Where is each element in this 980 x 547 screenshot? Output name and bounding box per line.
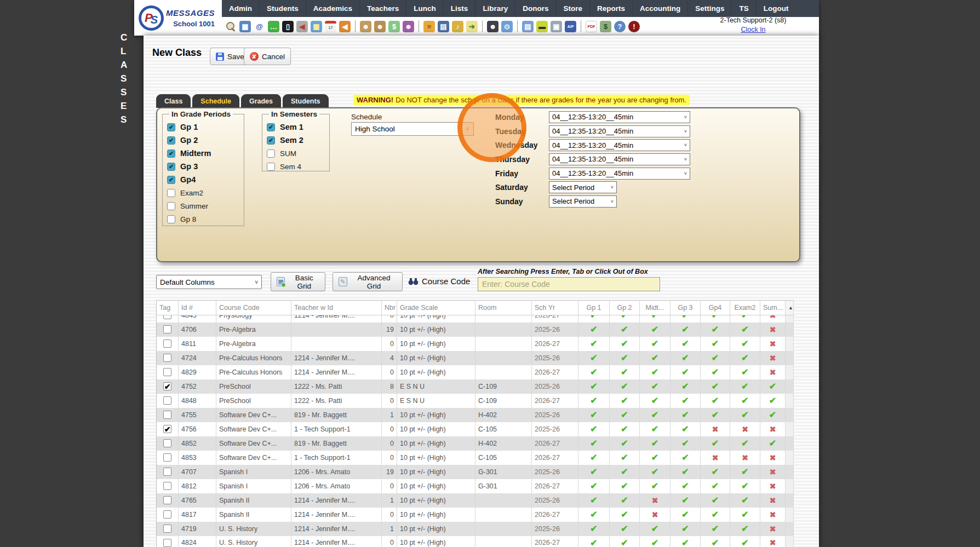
nav-item-academics[interactable]: Academics [306,0,359,17]
course-code-input[interactable] [478,277,660,291]
check-card-icon[interactable]: ▬ [536,21,548,32]
nav-item-reports[interactable]: Reports [589,0,632,17]
nav-item-teachers[interactable]: Teachers [359,0,406,17]
col-header-room[interactable]: Room [475,301,532,315]
scrollbar-track[interactable] [786,315,794,323]
chevron-down-icon[interactable]: ˅ [461,123,473,135]
tag-checkbox[interactable] [163,325,171,333]
scrollbar-track[interactable] [786,379,794,394]
cancel-button[interactable]: ✘ Cancel [244,48,291,65]
semester-checkbox-sum[interactable] [267,149,275,158]
email-icon[interactable]: @ [254,21,265,32]
scrollbar-track[interactable] [786,351,794,365]
period-select-tuesday[interactable]: 04__12:35-13:20__45min˅ [549,125,690,137]
nav-item-accounting[interactable]: Accounting [632,0,687,17]
nav-item-logout[interactable]: Logout [756,0,796,17]
col-header-nbr[interactable]: Nbr [382,301,397,315]
col-header-gp-1[interactable]: Gp 1 [578,301,610,315]
admin-person-icon[interactable]: ☻ [487,21,498,32]
scrollbar-track[interactable] [786,451,794,465]
print-check-icon[interactable]: ▣ [551,21,562,32]
col-header-id-[interactable]: Id # [179,301,216,315]
staff-icon[interactable]: ☻ [374,21,386,32]
scrollbar-track[interactable] [786,365,794,379]
tag-checkbox[interactable] [163,453,171,462]
period-select-wednesday[interactable]: 04__12:35-13:20__45min˅ [549,139,690,151]
nav-item-lunch[interactable]: Lunch [406,0,443,17]
grade-period-checkbox-gp-3[interactable]: ✔ [167,163,175,171]
tab-students[interactable]: Students [283,94,328,108]
nav-item-settings[interactable]: Settings [687,0,731,17]
grade-period-checkbox-gp-1[interactable]: ✔ [167,123,175,131]
nav-item-donors[interactable]: Donors [515,0,555,17]
columns-select[interactable]: Default Columns ˅ [156,275,262,289]
schedule-select[interactable]: High School ˅ [351,122,474,136]
tag-checkbox[interactable] [163,482,171,490]
scrollbar-track[interactable] [786,408,794,422]
cash-register-icon[interactable]: $ [600,21,611,32]
lunch-icon[interactable]: ≡ [423,21,435,32]
scrollbar-track[interactable] [786,508,794,522]
speaker-icon[interactable]: ◀ [296,21,308,32]
grade-period-checkbox-gp-8[interactable] [167,215,175,223]
col-header-midt-[interactable]: Midt... [640,301,670,315]
scrollbar-track[interactable] [786,522,794,536]
tag-checkbox[interactable] [163,525,171,533]
tab-schedule[interactable]: Schedule [192,94,239,108]
col-header-gp-3[interactable]: Gp 3 [670,301,701,315]
tag-checkbox[interactable] [163,439,171,447]
tag-checkbox[interactable] [163,339,171,348]
date-icon[interactable]: 17 [325,21,336,32]
tag-checkbox[interactable] [163,368,171,376]
add-staff-icon[interactable]: ☻ [360,21,371,32]
tag-checkbox[interactable] [163,396,171,405]
scrollbar-track[interactable] [786,323,794,337]
grade-period-checkbox-exam2[interactable] [167,189,175,197]
tag-checkbox[interactable] [163,496,171,504]
col-header-exam2[interactable]: Exam2 [730,301,760,315]
nav-item-students[interactable]: Students [259,0,306,17]
tag-checkbox[interactable] [163,354,171,362]
grade-period-checkbox-gp4[interactable]: ✔ [167,176,175,184]
semester-checkbox-sem-1[interactable]: ✔ [267,123,275,131]
scrollbar-track[interactable] [786,536,794,547]
alert-icon[interactable]: ! [628,21,640,32]
mobile-icon[interactable]: ▯ [282,21,294,32]
report-grid-icon[interactable]: ▤ [522,21,534,32]
semester-checkbox-sem-4[interactable] [267,163,275,171]
col-header-course-code[interactable]: Course Code [216,301,291,315]
tab-grades[interactable]: Grades [241,94,281,108]
nav-item-library[interactable]: Library [475,0,515,17]
clock-in-link[interactable]: Clock In [741,26,765,33]
col-header-gp4[interactable]: Gp4 [701,301,730,315]
tag-checkbox[interactable]: ✔ [163,382,171,390]
scrollbar-track[interactable] [786,436,794,451]
grade-period-checkbox-gp-2[interactable]: ✔ [167,136,175,145]
period-select-saturday[interactable]: Select Period˅ [549,181,617,193]
alarm-clock-icon[interactable]: ⊙ [501,21,513,32]
col-header-sum-[interactable]: Sum... [760,301,786,315]
tab-class[interactable]: Class [156,94,191,108]
tag-checkbox[interactable]: ✔ [163,425,171,433]
tag-checkbox[interactable] [163,315,171,320]
period-select-friday[interactable]: 04__12:35-13:20__45min˅ [549,168,690,180]
bell-icon[interactable]: ♪ [452,21,463,32]
sort-asc-icon[interactable]: ▲ [786,301,794,315]
tag-checkbox[interactable] [163,510,171,519]
megaphone-icon[interactable]: ◀ [339,21,351,32]
scrollbar-track[interactable] [786,479,794,493]
grade-period-checkbox-midterm[interactable]: ✔ [167,149,175,158]
col-header-tag[interactable]: Tag [157,301,179,315]
tag-checkbox[interactable] [163,539,171,547]
search-icon[interactable] [225,21,237,32]
period-select-sunday[interactable]: Select Period˅ [549,195,617,208]
chat-icon[interactable]: … [268,21,279,32]
period-select-monday[interactable]: 04__12:35-13:20__45min˅ [549,111,690,123]
scrollbar-track[interactable] [786,422,794,436]
ap-icon[interactable]: A/P [565,21,576,32]
nav-item-store[interactable]: Store [555,0,589,17]
help-icon[interactable]: ? [614,21,626,32]
col-header-gp-2[interactable]: Gp 2 [610,301,640,315]
family-icon[interactable]: ☻ [403,21,414,32]
col-header-grade-scale[interactable]: Grade Scale [397,301,475,315]
